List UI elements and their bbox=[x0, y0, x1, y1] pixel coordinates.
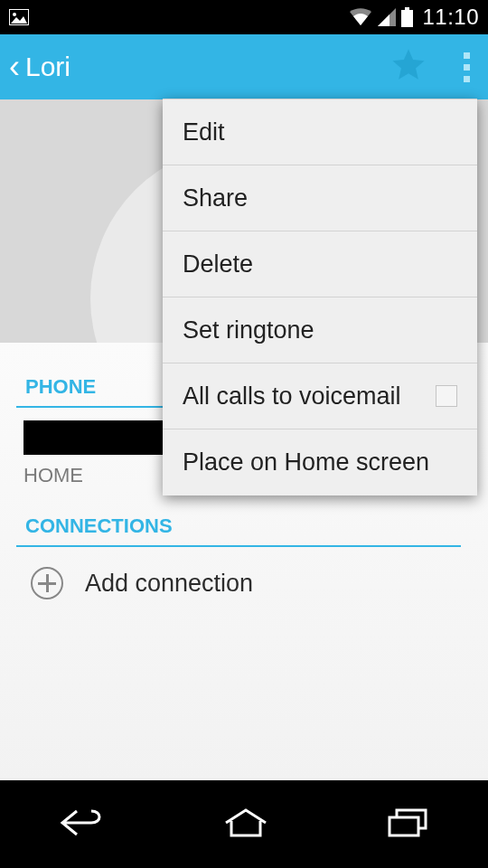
status-left bbox=[9, 9, 29, 25]
add-connection-button[interactable]: Add connection bbox=[5, 547, 483, 599]
contact-title[interactable]: Lori bbox=[25, 52, 389, 82]
wifi-icon bbox=[349, 8, 372, 26]
picture-icon bbox=[9, 9, 29, 25]
menu-delete[interactable]: Delete bbox=[163, 231, 477, 297]
menu-home-screen-label: Place on Home screen bbox=[183, 448, 457, 476]
favorite-star-icon[interactable] bbox=[389, 46, 427, 88]
nav-bar bbox=[0, 780, 488, 868]
nav-home-button[interactable] bbox=[204, 788, 287, 861]
svg-point-1 bbox=[13, 13, 16, 16]
section-connections-label: CONNECTIONS bbox=[16, 487, 461, 547]
plus-icon bbox=[31, 567, 63, 599]
signal-icon bbox=[378, 8, 396, 26]
add-connection-label: Add connection bbox=[85, 570, 253, 598]
back-icon[interactable]: ‹ bbox=[9, 48, 20, 86]
menu-share-label: Share bbox=[183, 184, 457, 212]
svg-rect-3 bbox=[401, 10, 413, 27]
svg-rect-4 bbox=[389, 817, 418, 835]
menu-edit-label: Edit bbox=[183, 118, 457, 146]
nav-recents-button[interactable] bbox=[368, 788, 447, 861]
action-bar: ‹ Lori bbox=[0, 34, 488, 99]
menu-share[interactable]: Share bbox=[163, 165, 477, 231]
menu-edit[interactable]: Edit bbox=[163, 99, 477, 165]
menu-set-ringtone[interactable]: Set ringtone bbox=[163, 297, 477, 363]
menu-set-ringtone-label: Set ringtone bbox=[183, 316, 457, 344]
overflow-menu: Edit Share Delete Set ringtone All calls… bbox=[163, 99, 477, 495]
status-time: 11:10 bbox=[422, 5, 479, 30]
menu-voicemail[interactable]: All calls to voicemail bbox=[163, 363, 477, 429]
status-bar: 11:10 bbox=[0, 0, 488, 34]
svg-rect-2 bbox=[405, 7, 409, 10]
battery-icon bbox=[401, 7, 413, 27]
menu-delete-label: Delete bbox=[183, 250, 457, 278]
menu-voicemail-label: All calls to voicemail bbox=[183, 382, 436, 410]
status-right: 11:10 bbox=[349, 5, 479, 30]
nav-back-button[interactable] bbox=[41, 788, 124, 862]
menu-home-screen[interactable]: Place on Home screen bbox=[163, 429, 477, 495]
voicemail-checkbox[interactable] bbox=[436, 385, 457, 407]
overflow-menu-icon[interactable] bbox=[455, 43, 479, 91]
phone-number-redacted[interactable] bbox=[23, 420, 175, 455]
